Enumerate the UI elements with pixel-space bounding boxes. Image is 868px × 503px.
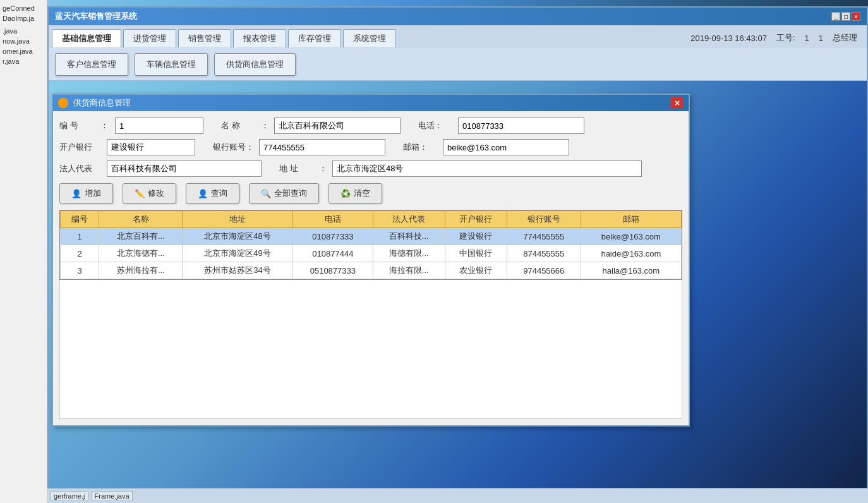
supplier-dialog-title-text: 供货商信息管理: [73, 97, 131, 109]
form-row-3: 法人代表 地 址 ：: [59, 161, 682, 177]
tab-baobiao[interactable]: 报表管理: [233, 29, 286, 47]
cell-mc: 北京海德有...: [99, 245, 183, 262]
form-row-1: 编 号 ： 名 称 ： 电话：: [59, 118, 682, 134]
col-mc: 名称: [99, 211, 183, 228]
query-label: 查询: [211, 188, 227, 199]
status-item-1: gerframe.j: [51, 491, 88, 501]
cell-fr: 海拉有限...: [373, 262, 445, 279]
col-email: 邮箱: [581, 211, 681, 228]
yhzh-input[interactable]: [259, 139, 385, 155]
yhzh-label: 银行账号：: [213, 142, 254, 153]
tab-xitong[interactable]: 系统管理: [343, 29, 396, 47]
add-button[interactable]: 👤 增加: [59, 183, 113, 203]
cell-bh: 2: [61, 245, 99, 262]
minimize-button[interactable]: _: [831, 12, 840, 21]
cell-dz: 北京市海淀区48号: [183, 228, 292, 245]
left-sidebar: geConned DaoImp.ja .java now.java omer.j…: [0, 0, 47, 503]
clear-icon: ♻️: [341, 189, 351, 198]
add-label: 增加: [85, 188, 101, 199]
cell-yhzh: 874455555: [507, 245, 581, 262]
user-value: 1: [819, 33, 823, 43]
supplier-dialog: 供货商信息管理 × 编 号 ： 名 称 ： 电话： 开户银行: [52, 94, 690, 427]
cell-mc: 北京百科有...: [99, 228, 183, 245]
role-value: 总经理: [833, 32, 857, 44]
toolbar: 客户信息管理 车辆信息管理 供货商信息管理: [49, 48, 867, 81]
main-window: 蓝天汽车销售管理系统 _ □ × 基础信息管理 进货管理 销售管理 报表管理 库…: [47, 6, 868, 503]
cell-kh: 农业银行: [445, 262, 507, 279]
cell-dz: 北京市海淀区49号: [183, 245, 292, 262]
edit-icon: ✏️: [135, 189, 145, 198]
sidebar-file-1: geConned: [2, 3, 45, 13]
query-all-icon: 🔍: [261, 189, 271, 198]
cell-fr: 百科科技...: [373, 228, 445, 245]
col-dh: 电话: [292, 211, 373, 228]
status-bar: gerframe.j Frame.java: [47, 488, 868, 503]
table-header-row: 编号 名称 地址 电话 法人代表 开户银行 银行账号 邮箱: [61, 211, 682, 228]
tab-jinhuo[interactable]: 进货管理: [123, 29, 176, 47]
add-icon: 👤: [71, 189, 81, 198]
dh-input[interactable]: [458, 118, 584, 134]
cell-kh: 中国银行: [445, 245, 507, 262]
mc-label: 名 称: [221, 120, 256, 131]
sidebar-file-2: DaoImp.ja: [2, 13, 45, 23]
cell-email: haide@163.com: [581, 245, 681, 262]
button-row: 👤 增加 ✏️ 修改 👤 查询 🔍 全部查询: [59, 183, 682, 203]
query-button[interactable]: 👤 查询: [186, 183, 239, 203]
table-row[interactable]: 3 苏州海拉有... 苏州市姑苏区34号 0510877333 海拉有限... …: [61, 262, 682, 279]
tab-jichu[interactable]: 基础信息管理: [52, 29, 121, 47]
tab-xiaoshou[interactable]: 销售管理: [178, 29, 231, 47]
table-row[interactable]: 2 北京海德有... 北京市海淀区49号 010877444 海德有限... 中…: [61, 245, 682, 262]
customer-mgmt-button[interactable]: 客户信息管理: [55, 53, 128, 76]
kh-input[interactable]: [107, 139, 195, 155]
mc-colon: ：: [261, 120, 269, 131]
query-all-button[interactable]: 🔍 全部查询: [249, 183, 319, 203]
tab-kucun[interactable]: 库存管理: [288, 29, 341, 47]
query-icon: 👤: [198, 189, 208, 198]
dh-label: 电话：: [418, 120, 453, 131]
bh-colon: ：: [100, 120, 109, 131]
col-dz: 地址: [183, 211, 292, 228]
table-empty-area: [59, 280, 682, 419]
sidebar-file-7: r.java: [2, 56, 45, 66]
cell-dh: 0510877333: [292, 262, 373, 279]
sidebar-file-4: .java: [2, 26, 45, 36]
table-container: 编号 名称 地址 电话 法人代表 开户银行 银行账号 邮箱: [59, 210, 682, 280]
datetime-display: 2019-09-13 16:43:07: [690, 33, 767, 43]
clear-button[interactable]: ♻️ 清空: [329, 183, 382, 203]
dz-input[interactable]: [332, 161, 642, 177]
col-fr: 法人代表: [373, 211, 445, 228]
cell-bh: 3: [61, 262, 99, 279]
vehicle-mgmt-button[interactable]: 车辆信息管理: [135, 53, 208, 76]
cell-yhzh: 774455555: [507, 228, 581, 245]
window-chrome: _ □ ×: [831, 12, 860, 21]
fr-input[interactable]: [107, 161, 262, 177]
email-input[interactable]: [443, 139, 569, 155]
cell-dh: 010877444: [292, 245, 373, 262]
supplier-dialog-close[interactable]: ×: [671, 97, 684, 109]
yxiang-label: 邮箱：: [403, 142, 438, 153]
edit-button[interactable]: ✏️ 修改: [123, 183, 176, 203]
col-kh: 开户银行: [445, 211, 507, 228]
sidebar-file-6: omer.java: [2, 46, 45, 56]
gong-label: 工号:: [776, 32, 795, 44]
close-button[interactable]: ×: [852, 12, 860, 21]
bh-input[interactable]: [115, 118, 203, 134]
cell-yhzh: 974455666: [507, 262, 581, 279]
supplier-table: 编号 名称 地址 电话 法人代表 开户银行 银行账号 邮箱: [60, 210, 682, 279]
main-window-title: 蓝天汽车销售管理系统: [55, 11, 137, 22]
gong-value: 1: [805, 33, 809, 43]
dz-colon: ：: [319, 163, 327, 174]
maximize-button[interactable]: □: [841, 12, 850, 21]
edit-label: 修改: [148, 188, 164, 199]
mc-input[interactable]: [274, 118, 401, 134]
tab-info: 2019-09-13 16:43:07 工号: 1 1 总经理: [690, 32, 864, 44]
supplier-dialog-body: 编 号 ： 名 称 ： 电话： 开户银行 银行账号： 邮箱：: [53, 111, 689, 425]
table-row[interactable]: 1 北京百科有... 北京市海淀区48号 010877333 百科科技... 建…: [61, 228, 682, 245]
cell-email: haila@163.com: [581, 262, 681, 279]
cell-kh: 建设银行: [445, 228, 507, 245]
supplier-mgmt-button[interactable]: 供货商信息管理: [214, 53, 296, 76]
dz-label: 地 址: [279, 163, 314, 174]
cell-dh: 010877333: [292, 228, 373, 245]
cell-fr: 海德有限...: [373, 245, 445, 262]
main-content: 供货商信息管理 × 编 号 ： 名 称 ： 电话： 开户银行: [49, 81, 867, 499]
